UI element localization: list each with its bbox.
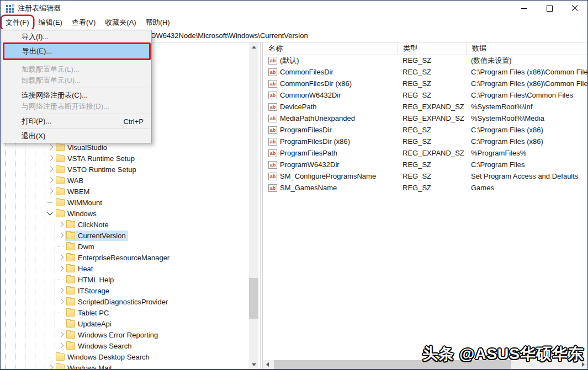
column-header-name[interactable]: 名称: [263, 42, 398, 54]
chevron-down-icon[interactable]: [47, 210, 54, 217]
tree-node[interactable]: Windows Desktop Search: [55, 352, 152, 362]
chevron-right-icon[interactable]: [47, 166, 54, 173]
tree-node[interactable]: CurrentVersion: [65, 230, 128, 241]
tree-node[interactable]: Windows Search: [65, 341, 134, 351]
chevron-right-icon[interactable]: [57, 342, 64, 349]
tree-item-vsta-runtime-setup[interactable]: VSTA Runtime Setup: [1, 153, 249, 164]
tree-node[interactable]: Heat: [65, 264, 95, 274]
tree-item-windows[interactable]: Windows: [1, 208, 249, 219]
tree-item-updateapi[interactable]: UpdateApi: [1, 318, 249, 329]
tree-items: VisualStudioVSTA Runtime SetupVSTO Runti…: [1, 142, 249, 369]
folder-icon: [66, 320, 75, 328]
value-row-programw6432dir[interactable]: abProgramW6432DirREG_SZC:\Program Files: [263, 159, 587, 170]
chevron-right-icon[interactable]: [57, 254, 64, 261]
menu-item-export[interactable]: 导出(E)...: [3, 42, 151, 60]
tree-item-windows-desktop-search[interactable]: Windows Desktop Search: [1, 351, 249, 362]
menu-item-import[interactable]: 导入(I)...: [2, 31, 151, 42]
value-row-commonfilesdir[interactable]: abCommonFilesDirREG_SZC:\Program Files (…: [263, 66, 587, 78]
tree-node[interactable]: VSTO Runtime Setup: [55, 164, 139, 175]
chevron-right-icon[interactable]: [57, 221, 64, 228]
chevron-right-icon[interactable]: [57, 265, 64, 272]
column-header-type[interactable]: 类型: [398, 42, 467, 54]
value-name: ProgramFilesDir: [280, 126, 332, 134]
scroll-left-button[interactable]: [263, 360, 272, 369]
value-row-mediapathunexpanded[interactable]: abMediaPathUnexpandedREG_EXPAND_SZ%Syste…: [263, 112, 587, 124]
tree-node[interactable]: Windows Mail: [55, 363, 114, 369]
tree-item-itstorage[interactable]: ITStorage: [1, 285, 249, 296]
tree-node[interactable]: Windows: [55, 208, 99, 219]
scroll-up-button[interactable]: [249, 42, 258, 51]
value-row-programfilesdir-x86[interactable]: abProgramFilesDir (x86)REG_SZC:\Program …: [263, 136, 587, 147]
chevron-right-icon[interactable]: [47, 144, 54, 151]
chevron-right-icon[interactable]: [57, 232, 64, 239]
value-data: C:\Program Files (x86)\Common Files: [465, 66, 587, 78]
value-row-sm-configureprogramsname[interactable]: abSM_ConfigureProgramsNameREG_SZSet Prog…: [263, 170, 587, 182]
tree-node[interactable]: Tablet PC: [65, 308, 111, 318]
chevron-right-icon[interactable]: [47, 155, 54, 162]
value-row-devicepath[interactable]: abDevicePathREG_EXPAND_SZ%SystemRoot%\in…: [263, 101, 587, 112]
tree-item-windows-mail[interactable]: Windows Mail: [1, 362, 249, 369]
tree-item-heat[interactable]: Heat: [1, 263, 249, 274]
tree-item-windows-error-reporting[interactable]: Windows Error Reporting: [1, 329, 249, 340]
chevron-right-icon[interactable]: [57, 287, 64, 294]
menu-item-connect[interactable]: 连接网络注册表(C)...: [2, 90, 151, 101]
tree-node[interactable]: HTML Help: [65, 275, 116, 285]
tree-node[interactable]: VisualStudio: [55, 142, 109, 153]
value-row-programfilespath[interactable]: abProgramFilesPathREG_EXPAND_SZ%ProgramF…: [263, 147, 587, 159]
value-row-默认[interactable]: ab(默认)REG_SZ(数值未设置): [263, 55, 587, 66]
tree-item-windows-search[interactable]: Windows Search: [1, 340, 249, 351]
tree-node[interactable]: ClickNote: [65, 219, 111, 230]
tree-item-wbem[interactable]: WBEM: [1, 186, 249, 197]
chevron-right-icon[interactable]: [57, 331, 64, 338]
menu-help[interactable]: 帮助(H): [142, 16, 174, 29]
tree-item-currentversion[interactable]: CurrentVersion: [1, 230, 249, 241]
tree-item-dwm[interactable]: Dwm: [1, 241, 249, 252]
menu-item-disconnect: 与网络注册表断开连接(D)...: [2, 101, 151, 112]
tree-item-vsto-runtime-setup[interactable]: VSTO Runtime Setup: [1, 164, 249, 175]
tree-node[interactable]: VSTA Runtime Setup: [55, 153, 137, 164]
value-name-cell: abProgramFilesPath: [263, 147, 397, 159]
value-row-commonfilesdir-x86[interactable]: abCommonFilesDir (x86)REG_SZC:\Program F…: [263, 78, 587, 89]
column-header-data[interactable]: 数据: [467, 42, 587, 54]
value-name-cell: abSM_GamesName: [263, 182, 397, 194]
tree-item-wimmount[interactable]: WIMMount: [1, 197, 249, 208]
value-name-cell: abProgramFilesDir (x86): [263, 136, 397, 147]
tree-node[interactable]: WAB: [55, 175, 86, 186]
close-button[interactable]: [562, 1, 587, 16]
menu-view[interactable]: 查看(V): [68, 16, 99, 29]
tree-node[interactable]: ScriptedDiagnosticsProvider: [65, 297, 170, 307]
menu-separator: [20, 114, 150, 114]
tree-node[interactable]: UpdateApi: [65, 319, 114, 329]
chevron-right-icon[interactable]: [47, 364, 54, 369]
tree-node[interactable]: ITStorage: [65, 286, 112, 296]
tree-node[interactable]: Dwm: [65, 242, 97, 252]
menu-file[interactable]: 文件(F): [2, 16, 33, 29]
minimize-button[interactable]: [511, 1, 537, 16]
tree-item-scripteddiagnosticsprovider[interactable]: ScriptedDiagnosticsProvider: [1, 296, 249, 307]
menu-item-exit[interactable]: 退出(X): [2, 131, 151, 142]
tree-item-visualstudio[interactable]: VisualStudio: [1, 142, 249, 153]
scrollbar-thumb[interactable]: [249, 278, 258, 319]
tree-node[interactable]: WIMMount: [55, 197, 104, 208]
tree-item-html-help[interactable]: HTML Help: [1, 274, 249, 285]
tree-item-wab[interactable]: WAB: [1, 175, 249, 186]
tree-node[interactable]: Windows Error Reporting: [65, 330, 160, 340]
tree-vertical-scrollbar[interactable]: [249, 42, 258, 369]
tree-item-clicknote[interactable]: ClickNote: [1, 219, 249, 230]
chevron-right-icon[interactable]: [47, 188, 54, 195]
tree-node[interactable]: EnterpriseResourceManager: [65, 253, 172, 263]
value-row-programfilesdir[interactable]: abProgramFilesDirREG_SZC:\Program Files …: [263, 124, 587, 136]
scroll-down-button[interactable]: [249, 360, 258, 369]
value-row-sm-gamesname[interactable]: abSM_GamesNameREG_SZGames: [263, 182, 587, 194]
tree-item-label: WAB: [67, 176, 83, 185]
tree-node[interactable]: WBEM: [55, 186, 92, 197]
tree-item-tablet-pc[interactable]: Tablet PC: [1, 307, 249, 318]
value-row-commonw6432dir[interactable]: abCommonW6432DirREG_SZC:\Program Files\C…: [263, 89, 587, 101]
chevron-right-icon[interactable]: [57, 298, 64, 305]
menu-favorites[interactable]: 收藏夹(A): [101, 16, 140, 29]
menu-item-print[interactable]: 打印(P)...Ctrl+P: [2, 116, 151, 127]
tree-item-enterpriseresourcemanager[interactable]: EnterpriseResourceManager: [1, 252, 249, 263]
chevron-right-icon[interactable]: [47, 177, 54, 184]
maximize-button[interactable]: [537, 1, 562, 16]
menu-edit[interactable]: 编辑(E): [35, 16, 66, 29]
